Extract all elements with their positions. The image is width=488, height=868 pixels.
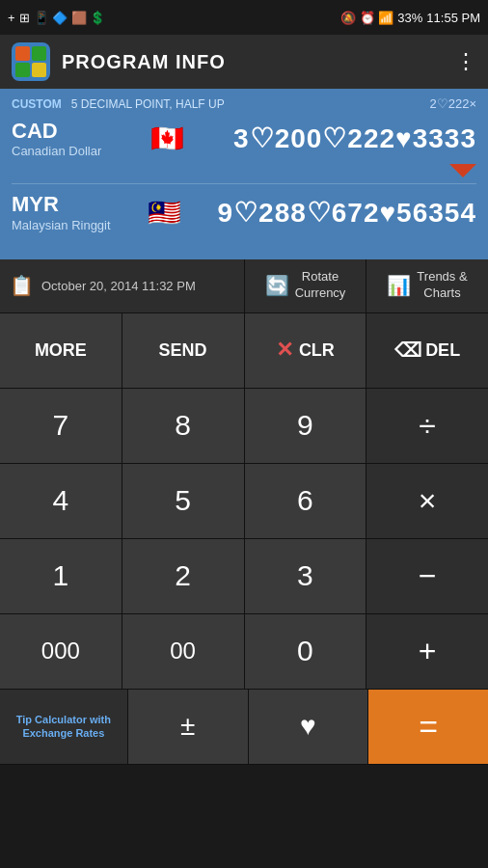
currency-name-2: Malaysian Ringgit	[12, 218, 111, 232]
currency-display: CUSTOM 5 DECIMAL POINT, HALF UP 2♡222× C…	[0, 89, 488, 259]
calc-row-2: 7 8 9 ÷	[0, 389, 488, 464]
rotate-icon: 🔄	[265, 274, 289, 297]
trends-label: Trends &Charts	[417, 269, 467, 302]
svg-rect-0	[15, 46, 30, 61]
currency-row-1: CAD Canadian Dollar 🇨🇦 3♡200♡222♥3333	[12, 119, 476, 158]
del-button[interactable]: ⌫ DEL	[366, 313, 488, 388]
app-logo	[12, 42, 50, 81]
currency-flag-1: 🇨🇦	[150, 122, 184, 154]
multiply-button[interactable]: ×	[366, 464, 488, 538]
send-button[interactable]: SEND	[122, 313, 245, 388]
app-bar: PROGRAM INFO ⋮	[0, 35, 488, 89]
svg-rect-2	[15, 63, 30, 77]
rotate-label: RotateCurrency	[295, 269, 346, 302]
currency-value-1: 3♡200♡222♥3333	[233, 122, 476, 154]
tip-label: Tip Calculator withExchange Rates	[16, 713, 111, 741]
button-8[interactable]: 8	[122, 389, 245, 463]
calc-row-6: Tip Calculator withExchange Rates ± ♥ =	[0, 690, 488, 765]
heart-button[interactable]: ♥	[249, 690, 369, 764]
currency-value-2: 9♡288♡672♥56354	[217, 197, 476, 229]
date-text: October 20, 2014 11:32 PM	[41, 279, 196, 293]
svg-rect-3	[32, 63, 46, 77]
calculator-grid: MORE SEND ✕ CLR ⌫ DEL 7 8 9 ÷ 4 5 6 × 1 …	[0, 313, 488, 765]
button-4[interactable]: 4	[0, 464, 122, 538]
button-0[interactable]: 0	[245, 614, 367, 689]
menu-button[interactable]: ⋮	[455, 49, 476, 74]
custom-badge: CUSTOM	[12, 97, 62, 111]
clr-x-icon: ✕	[276, 338, 293, 363]
status-right-info: 🔕 ⏰ 📶 33% 11:55 PM	[340, 11, 480, 25]
del-label: DEL	[425, 340, 460, 361]
button-3[interactable]: 3	[245, 539, 367, 613]
arrow-container	[12, 162, 476, 176]
status-bar: + ⊞ 📱 🔷 🟫 💲 🔕 ⏰ 📶 33% 11:55 PM	[0, 0, 488, 35]
subtract-button[interactable]: −	[366, 539, 488, 613]
calendar-icon: 📋	[10, 274, 34, 297]
status-left-icons: + ⊞ 📱 🔷 🟫 💲	[8, 11, 105, 25]
down-arrow-2	[449, 236, 476, 250]
button-7[interactable]: 7	[0, 389, 122, 463]
arrow-container-2	[12, 236, 476, 250]
button-5[interactable]: 5	[122, 464, 245, 538]
date-display: 📋 October 20, 2014 11:32 PM	[0, 259, 245, 312]
button-00[interactable]: 00	[122, 614, 245, 689]
app-title: PROGRAM INFO	[62, 51, 444, 73]
svg-rect-1	[32, 46, 46, 61]
clr-button[interactable]: ✕ CLR	[245, 313, 367, 388]
currency-header: CUSTOM 5 DECIMAL POINT, HALF UP 2♡222×	[12, 96, 476, 111]
clr-label: CLR	[299, 340, 335, 361]
calc-row-5: 000 00 0 +	[0, 614, 488, 690]
add-icon: +	[8, 11, 15, 25]
calc-row-3: 4 5 6 ×	[0, 464, 488, 539]
time-display: 11:55 PM	[426, 11, 480, 25]
currency-divider	[12, 183, 476, 184]
button-9[interactable]: 9	[245, 389, 367, 463]
add-button[interactable]: +	[366, 614, 488, 689]
heart-code: 2♡222×	[429, 96, 476, 111]
calc-row-1: MORE SEND ✕ CLR ⌫ DEL	[0, 313, 488, 389]
tip-calculator-button[interactable]: Tip Calculator withExchange Rates	[0, 690, 128, 764]
divide-button[interactable]: ÷	[366, 389, 488, 463]
currency-name-1: Canadian Dollar	[12, 144, 101, 158]
button-2[interactable]: 2	[122, 539, 245, 613]
currency-flag-2: 🇲🇾	[148, 197, 181, 229]
signal-icon: 🔕 ⏰ 📶	[340, 11, 393, 25]
rotate-currency-button[interactable]: 🔄 RotateCurrency	[245, 259, 366, 312]
trends-charts-button[interactable]: 📊 Trends &Charts	[366, 259, 488, 312]
button-000[interactable]: 000	[0, 614, 122, 689]
button-1[interactable]: 1	[0, 539, 122, 613]
button-6[interactable]: 6	[245, 464, 367, 538]
plusminus-button[interactable]: ±	[128, 690, 249, 764]
usb-icon: ⊞	[19, 11, 30, 25]
app-icons: 📱 🔷 🟫 💲	[34, 11, 106, 25]
del-back-icon: ⌫	[394, 339, 421, 362]
down-arrow-1	[449, 164, 476, 177]
calc-row-4: 1 2 3 −	[0, 539, 488, 614]
more-button[interactable]: MORE	[0, 313, 122, 388]
currency-code-2: MYR	[12, 192, 111, 217]
currency-code-1: CAD	[12, 119, 101, 144]
heart-icon: ♥	[300, 711, 316, 742]
action-row: 📋 October 20, 2014 11:32 PM 🔄 RotateCurr…	[0, 259, 488, 313]
currency-row-2: MYR Malaysian Ringgit 🇲🇾 9♡288♡672♥56354	[12, 192, 476, 231]
equals-button[interactable]: =	[368, 690, 488, 764]
trends-icon: 📊	[387, 274, 411, 297]
battery-percent: 33%	[397, 11, 422, 25]
decimal-info: 5 DECIMAL POINT, HALF UP	[71, 97, 225, 111]
